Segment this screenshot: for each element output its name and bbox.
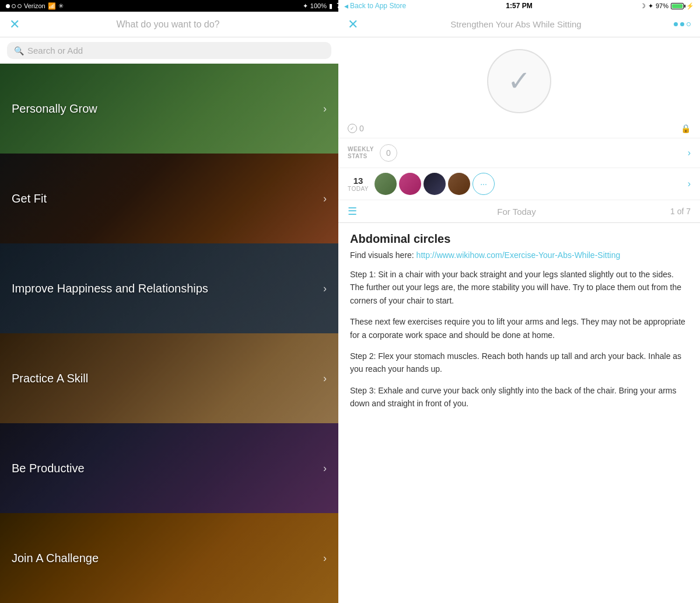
today-arrow-icon: › bbox=[688, 179, 691, 189]
bluetooth-icon-left: ✦ bbox=[303, 2, 308, 10]
menu-item-label-challenge: Join A Challenge bbox=[12, 552, 99, 565]
today-label: TODAY bbox=[348, 186, 369, 192]
avatar-4 bbox=[448, 173, 470, 195]
weekly-badge: 0 bbox=[380, 144, 397, 162]
menu-item-grow[interactable]: Personally Grow › bbox=[0, 64, 338, 154]
menu-item-label-productive: Be Productive bbox=[12, 462, 85, 475]
weekly-label: WEEKLYSTATS bbox=[348, 146, 374, 160]
menu-item-arrow-productive: › bbox=[323, 462, 327, 475]
for-today-label: For Today bbox=[363, 207, 670, 217]
content-link-line: Find visuals here: http://www.wikihow.co… bbox=[350, 250, 688, 260]
check-circle-area[interactable]: ✓ bbox=[338, 37, 700, 119]
content-para-4: Step 3: Exhale and curve your back only … bbox=[350, 384, 688, 410]
today-count-label: 13 TODAY bbox=[348, 176, 369, 192]
today-row[interactable]: 13 TODAY ··· › bbox=[338, 168, 700, 200]
content-title: Abdominal circles bbox=[350, 232, 688, 246]
tab-bar: ☰ For Today 1 of 7 bbox=[338, 200, 700, 223]
avatar-3 bbox=[424, 173, 446, 195]
nav-bar-left: ✕ What do you want to do? bbox=[0, 12, 338, 37]
content-area: Abdominal circles Find visuals here: htt… bbox=[338, 223, 700, 603]
menu-item-arrow-grow: › bbox=[323, 103, 327, 115]
menu-item-skill[interactable]: Practice A Skill › bbox=[0, 333, 338, 423]
menu-item-label-skill: Practice A Skill bbox=[12, 372, 88, 385]
brightness-icon: ✳ bbox=[58, 2, 64, 10]
avatar-more-button[interactable]: ··· bbox=[473, 173, 495, 195]
battery-icon-left: ▮ bbox=[329, 2, 332, 10]
content-para-2: These next few exercises require you to … bbox=[350, 315, 688, 341]
menu-item-productive[interactable]: Be Productive › bbox=[0, 423, 338, 513]
menu-item-fit[interactable]: Get Fit › bbox=[0, 154, 338, 243]
menu-items-list: Personally Grow › Get Fit › Improve Happ… bbox=[0, 64, 338, 603]
carrier-name: Verizon bbox=[24, 2, 46, 9]
status-bar-left: Verizon 📶 ✳ 7:09 PM ✦ 100% ▮ bbox=[0, 0, 338, 12]
menu-item-label-fit: Get Fit bbox=[12, 192, 47, 205]
menu-item-arrow-skill: › bbox=[323, 372, 327, 385]
signal-dot-1 bbox=[6, 4, 10, 8]
battery-left: 100% bbox=[310, 2, 327, 9]
avatar-2 bbox=[399, 173, 421, 195]
status-right-icons: ☽ ✦ 97% ⚡ bbox=[640, 2, 694, 10]
nav-bar-right: ✕ Strengthen Your Abs While Sitting bbox=[338, 12, 700, 37]
menu-item-label-happiness: Improve Happiness and Relationships bbox=[12, 282, 208, 295]
search-input-wrap[interactable]: 🔍 Search or Add bbox=[7, 42, 331, 59]
stats-count-value: 0 bbox=[359, 124, 364, 133]
signal-dots bbox=[6, 4, 22, 8]
nav-title-left: What do you want to do? bbox=[20, 19, 316, 30]
menu-item-label-grow: Personally Grow bbox=[12, 102, 97, 116]
nav-dots bbox=[674, 22, 691, 26]
page-count: 1 of 7 bbox=[670, 207, 691, 216]
signal-dot-3 bbox=[18, 4, 22, 8]
check-mark-icon: ✓ bbox=[508, 67, 531, 95]
status-time-right: 1:57 PM bbox=[506, 2, 532, 10]
status-bar-right: ◂ Back to App Store 1:57 PM ☽ ✦ 97% ⚡ bbox=[338, 0, 700, 12]
stats-check-icon: ✓ bbox=[348, 124, 357, 133]
right-panel: ◂ Back to App Store 1:57 PM ☽ ✦ 97% ⚡ ✕ … bbox=[338, 0, 700, 603]
signal-dot-2 bbox=[12, 4, 16, 8]
moon-icon: ☽ bbox=[640, 2, 646, 10]
menu-item-arrow-fit: › bbox=[323, 193, 327, 205]
stats-row: ✓ 0 🔒 bbox=[338, 119, 700, 138]
lightning-icon: ⚡ bbox=[686, 2, 694, 10]
list-icon[interactable]: ☰ bbox=[348, 205, 357, 218]
menu-item-content-productive: Be Productive › bbox=[0, 423, 338, 513]
battery-tip bbox=[684, 5, 685, 8]
today-count: 13 bbox=[354, 176, 363, 186]
bluetooth-icon-right: ✦ bbox=[648, 2, 653, 10]
menu-item-happiness[interactable]: Improve Happiness and Relationships › bbox=[0, 243, 338, 333]
back-arrow-icon: ◂ bbox=[344, 1, 348, 11]
carrier-wifi: Verizon 📶 ✳ bbox=[6, 2, 64, 10]
content-para-3: Step 2: Flex your stomach muscles. Reach… bbox=[350, 350, 688, 376]
wifi-icon: 📶 bbox=[48, 2, 56, 10]
stats-count: ✓ 0 bbox=[348, 124, 364, 133]
close-button-right[interactable]: ✕ bbox=[348, 18, 358, 31]
menu-item-arrow-happiness: › bbox=[323, 283, 327, 295]
menu-item-challenge[interactable]: Join A Challenge › bbox=[0, 513, 338, 603]
back-to-app-store[interactable]: ◂ Back to App Store bbox=[344, 1, 406, 11]
battery-fill bbox=[672, 4, 682, 8]
menu-item-content-challenge: Join A Challenge › bbox=[0, 513, 338, 603]
weekly-arrow-icon: › bbox=[688, 148, 691, 158]
menu-item-content-happiness: Improve Happiness and Relationships › bbox=[0, 243, 338, 333]
nav-dot-2[interactable] bbox=[680, 22, 684, 26]
search-input[interactable]: Search or Add bbox=[27, 46, 83, 55]
today-avatars: ··· bbox=[374, 173, 495, 195]
close-button-left[interactable]: ✕ bbox=[9, 18, 20, 31]
check-circle[interactable]: ✓ bbox=[487, 49, 551, 113]
nav-dot-1[interactable] bbox=[674, 22, 678, 26]
menu-item-arrow-challenge: › bbox=[323, 552, 327, 564]
back-label: Back to App Store bbox=[350, 2, 406, 10]
avatar-1 bbox=[374, 173, 397, 195]
link-prefix: Find visuals here: bbox=[350, 250, 416, 260]
status-right-left: ✦ 100% ▮ bbox=[303, 2, 332, 10]
nav-dot-3[interactable] bbox=[687, 22, 691, 26]
weekly-stats-row[interactable]: WEEKLYSTATS 0 › bbox=[338, 138, 700, 168]
left-panel: Verizon 📶 ✳ 7:09 PM ✦ 100% ▮ ✕ What do y… bbox=[0, 0, 338, 603]
search-icon: 🔍 bbox=[14, 46, 24, 55]
weekly-count: 0 bbox=[386, 148, 391, 158]
lock-icon: 🔒 bbox=[681, 124, 691, 133]
nav-title-right: Strengthen Your Abs While Sitting bbox=[364, 19, 668, 29]
content-link[interactable]: http://www.wikihow.com/Exercise-Your-Abs… bbox=[416, 250, 621, 260]
search-bar: 🔍 Search or Add bbox=[0, 37, 338, 64]
menu-item-content-skill: Practice A Skill › bbox=[0, 333, 338, 423]
menu-item-content-fit: Get Fit › bbox=[0, 154, 338, 243]
